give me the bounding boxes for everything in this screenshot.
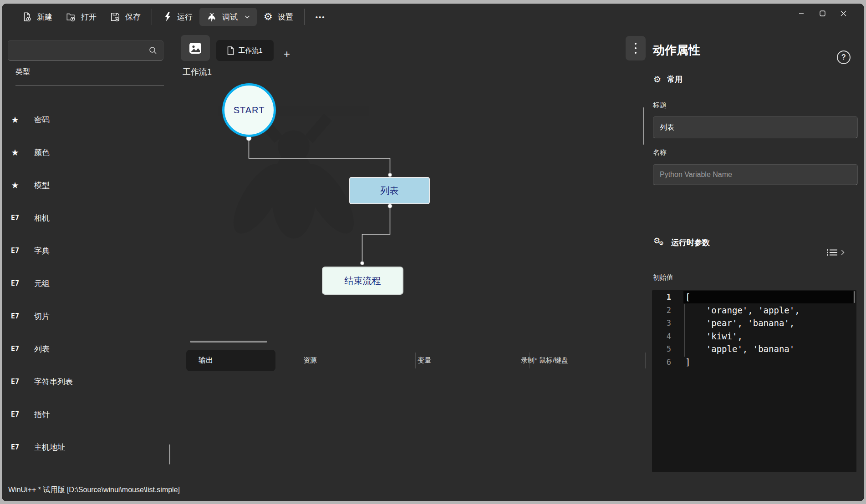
tab-variables-label: 变量 xyxy=(418,356,431,365)
canvas-horizontal-scrollbar[interactable] xyxy=(190,341,267,343)
open-button[interactable]: 打开 xyxy=(59,8,103,26)
debug-button[interactable]: 调试 xyxy=(199,8,257,26)
new-button-label: 新建 xyxy=(37,12,52,22)
code-lines: 1 [ 2 'orange', 'apple', 3 'pear', 'bana… xyxy=(652,291,856,368)
sidebar-item-model[interactable]: ★ 模型 xyxy=(2,169,169,202)
bullet-list-icon xyxy=(826,248,838,257)
title-input[interactable] xyxy=(653,116,858,138)
initial-value-label: 初始值 xyxy=(653,273,673,282)
tab-resources[interactable]: 资源 xyxy=(275,350,345,371)
e7-glyph-icon: E7 xyxy=(2,443,28,451)
sidebar-item-dictionary[interactable]: E7 字典 xyxy=(2,234,169,267)
star-icon: ★ xyxy=(2,148,28,157)
tab-record-label: 录制* 鼠标/键盘 xyxy=(521,356,568,365)
more-button[interactable]: ••• xyxy=(309,8,332,26)
sidebar-item-pointer[interactable]: E7 指针 xyxy=(2,398,169,431)
python-variable-name-input[interactable] xyxy=(653,164,858,185)
initial-value-code-editor[interactable]: 1 [ 2 'orange', 'apple', 3 'pear', 'bana… xyxy=(652,290,856,472)
node-end-flow[interactable]: 结束流程 xyxy=(322,267,403,295)
search-input[interactable] xyxy=(8,46,148,55)
type-section-divider xyxy=(15,85,164,86)
sidebar-scrollbar[interactable] xyxy=(169,444,170,464)
e7-glyph-icon: E7 xyxy=(2,247,28,255)
save-button-label: 保存 xyxy=(125,12,141,22)
minimize-button[interactable] xyxy=(791,5,812,21)
settings-button-label: 设置 xyxy=(278,12,293,22)
help-button[interactable]: ? xyxy=(837,50,851,64)
code-line: 1 [ xyxy=(652,291,856,304)
open-folder-icon xyxy=(66,12,76,22)
node-end-label: 结束流程 xyxy=(345,275,381,287)
document-icon xyxy=(227,46,234,55)
toolbar-separator xyxy=(304,9,305,25)
tab-output[interactable]: 输出 xyxy=(186,350,275,371)
e7-glyph-icon: E7 xyxy=(2,345,28,353)
kebab-dot xyxy=(635,52,637,54)
sidebar-item-tuple[interactable]: E7 元组 xyxy=(2,267,169,300)
kebab-dot xyxy=(635,43,637,45)
add-tab-button[interactable]: + xyxy=(279,46,295,62)
close-button[interactable] xyxy=(833,5,854,21)
plus-icon: + xyxy=(284,48,290,60)
maximize-button[interactable] xyxy=(812,5,833,21)
sidebar-item-list[interactable]: E7 列表 xyxy=(2,333,169,365)
bottom-tab-separator xyxy=(645,353,646,368)
debug-fly-icon xyxy=(206,11,217,22)
chevron-down-icon xyxy=(245,15,250,19)
code-line: 4 'kiwi', xyxy=(652,330,856,343)
canvas-menu-button[interactable] xyxy=(626,36,646,60)
search-box xyxy=(8,40,163,60)
star-icon: ★ xyxy=(2,116,28,124)
question-icon: ? xyxy=(841,53,846,61)
line-number: 3 xyxy=(652,317,671,330)
save-disk-icon xyxy=(110,12,120,22)
run-lightning-icon xyxy=(163,12,172,22)
image-icon xyxy=(188,42,202,55)
node-list[interactable]: 列表 xyxy=(349,177,430,204)
run-button[interactable]: 运行 xyxy=(156,8,199,26)
e7-glyph-icon: E7 xyxy=(2,279,28,287)
window-controls xyxy=(791,5,854,21)
e7-glyph-icon: E7 xyxy=(2,312,28,320)
sidebar-item-password[interactable]: ★ 密码 xyxy=(2,103,169,136)
line-number: 5 xyxy=(652,343,671,356)
code-line: 2 'orange', 'apple', xyxy=(652,304,856,317)
tab-workflow1-label: 工作流1 xyxy=(238,46,262,55)
node-list-label: 列表 xyxy=(381,185,399,197)
kebab-dot xyxy=(635,47,637,49)
status-bar-text: WinUi++ * 试用版 [D:\Source\winui\mouse\lis… xyxy=(8,485,180,495)
section-runtime-params: ⚙⚙ 运行时参数 xyxy=(653,237,710,248)
tab-variables[interactable]: 变量 xyxy=(390,350,459,371)
e7-glyph-icon: E7 xyxy=(2,410,28,418)
save-button[interactable]: 保存 xyxy=(103,8,148,26)
app-window: 新建 打开 保存 运行 xyxy=(2,4,864,501)
settings-button[interactable]: ⚙ 设置 xyxy=(257,8,300,26)
search-icon[interactable] xyxy=(148,46,158,55)
new-button[interactable]: 新建 xyxy=(15,8,59,26)
node-start[interactable]: START xyxy=(222,83,276,137)
sidebar-item-camera[interactable]: E7 相机 xyxy=(2,202,169,234)
expand-list-button[interactable] xyxy=(826,248,845,257)
code-line: 6 ] xyxy=(652,356,856,369)
indent-guide xyxy=(684,304,685,357)
settings-gear-icon: ⚙ xyxy=(264,12,273,22)
code-line: 3 'pear', 'banana', xyxy=(652,317,856,330)
properties-scrollbar[interactable] xyxy=(643,107,644,145)
sidebar-item-string-list[interactable]: E7 字符串列表 xyxy=(2,365,169,398)
sidebar-item-slice[interactable]: E7 切片 xyxy=(2,300,169,333)
screenshot-button[interactable] xyxy=(181,35,210,61)
editor-scrollbar[interactable] xyxy=(854,291,855,303)
section-common: ⚙ 常用 xyxy=(653,74,683,85)
double-gear-icon: ⚙⚙ xyxy=(653,237,665,248)
sidebar-item-color[interactable]: ★ 颜色 xyxy=(2,136,169,169)
tab-workflow1[interactable]: 工作流1 xyxy=(216,40,274,61)
sidebar-item-host-address[interactable]: E7 主机地址 xyxy=(2,431,169,464)
line-number: 6 xyxy=(652,356,671,369)
line-number: 4 xyxy=(652,330,671,343)
node-start-label: START xyxy=(234,105,265,116)
e7-glyph-icon: E7 xyxy=(2,214,28,222)
open-button-label: 打开 xyxy=(81,12,97,22)
line-number: 2 xyxy=(652,304,671,317)
tab-record-mouse-keyboard[interactable]: 录制* 鼠标/键盘 xyxy=(494,350,595,371)
toolbar-separator xyxy=(152,9,152,25)
